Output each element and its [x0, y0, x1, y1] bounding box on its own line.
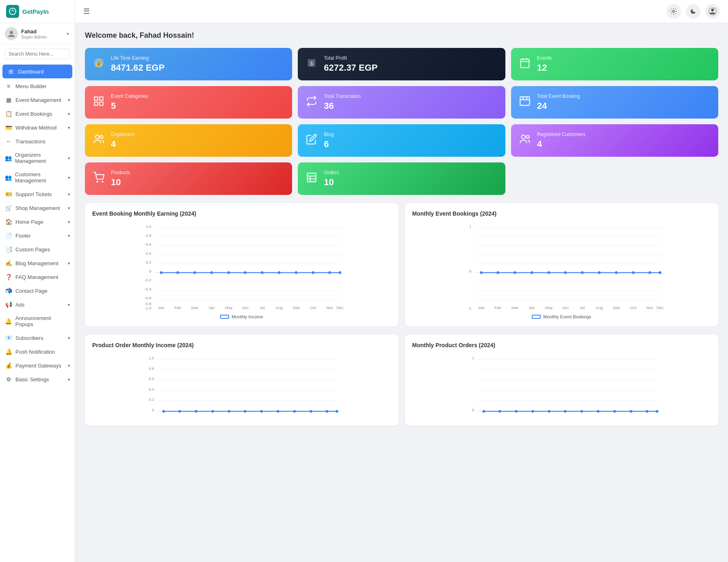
- stat-card-lifetime-earning[interactable]: 💰 Life Time Earning 8471.62 EGP: [85, 48, 292, 80]
- settings-button[interactable]: [666, 4, 681, 19]
- svg-point-153: [580, 410, 583, 413]
- card-info-registered-customers: Registered Customers 4: [537, 132, 585, 149]
- sidebar-item-label: Menu Builder: [15, 83, 47, 89]
- svg-text:May: May: [225, 305, 233, 310]
- sidebar-item-dashboard[interactable]: ⊞ Dashboard: [2, 65, 72, 78]
- sidebar-item-label: Ads: [15, 302, 24, 308]
- avatar: [5, 27, 18, 40]
- svg-text:1.0: 1.0: [149, 356, 154, 360]
- sidebar-item-menu-builder[interactable]: ≡ Menu Builder: [0, 79, 75, 93]
- card-label-organizers: Organizers: [111, 132, 135, 137]
- dashboard-icon: ⊞: [7, 68, 15, 75]
- stat-card-total-event-booking[interactable]: Total Event Booking 24: [511, 86, 718, 119]
- stat-card-total-transaction[interactable]: Total Transcation 36: [298, 86, 505, 119]
- logo-text: GetPayIn: [22, 8, 49, 15]
- welcome-heading: Welcome back, Fahad Hossain!: [85, 31, 718, 40]
- svg-point-135: [310, 410, 312, 413]
- chart-legend-1: Monthly Income: [92, 314, 391, 319]
- sidebar-item-label: Transactions: [15, 138, 46, 145]
- stat-card-organizers[interactable]: Organizers 4: [85, 124, 292, 157]
- hamburger-icon[interactable]: ☰: [83, 7, 90, 16]
- stat-card-events[interactable]: Events 12: [511, 48, 718, 80]
- sidebar-item-label: Contact Page: [15, 288, 48, 294]
- sidebar-item-withdraw-method[interactable]: 💳 Withdraw Method ▾: [0, 121, 75, 134]
- stat-card-event-categories[interactable]: Event Categories 5: [85, 86, 292, 119]
- dark-mode-button[interactable]: [686, 4, 700, 19]
- sidebar-item-organizers-mgmt[interactable]: 👥 Organizers Management ▾: [0, 148, 75, 168]
- sidebar-item-footer[interactable]: 📄 Footer ▾: [0, 229, 75, 242]
- user-profile-button[interactable]: [705, 4, 720, 19]
- legend-label-2: Monthly Event Bookings: [543, 314, 591, 319]
- svg-point-59: [278, 271, 281, 274]
- sidebar-item-basic-settings[interactable]: ⚙ Basic Settings ▾: [0, 372, 75, 386]
- svg-point-56: [228, 271, 230, 274]
- svg-point-21: [95, 135, 99, 138]
- contact-icon: 📬: [5, 287, 12, 294]
- svg-text:Aug: Aug: [596, 305, 603, 310]
- svg-text:0.4: 0.4: [149, 387, 154, 391]
- stat-card-products[interactable]: Products 10: [85, 162, 292, 195]
- card-info-event-categories: Event Categories 5: [111, 93, 148, 111]
- sidebar-search-input[interactable]: [5, 49, 70, 59]
- sidebar-item-announcement[interactable]: 🔔 Announcement Popups: [0, 311, 75, 331]
- card-label-lifetime-earning: Life Time Earning: [111, 55, 165, 61]
- shop-icon: 🛒: [5, 205, 12, 211]
- sidebar-user[interactable]: Fahad Super Admin ▼: [0, 23, 75, 45]
- sidebar-item-subscribers[interactable]: 📧 Subscribers ▾: [0, 331, 75, 345]
- push-notif-icon: 🔔: [5, 348, 12, 355]
- sidebar-item-blog-management[interactable]: ✍ Blog Management ▾: [0, 256, 75, 270]
- sidebar-item-faq-management[interactable]: ❓ FAQ Management: [0, 270, 75, 284]
- sidebar-item-label: Payment Gateways: [15, 363, 61, 369]
- card-label-total-event-booking: Total Event Booking: [537, 93, 580, 99]
- svg-point-96: [598, 271, 600, 274]
- sidebar-item-custom-pages[interactable]: 📑 Custom Pages: [0, 242, 75, 256]
- svg-text:Nov: Nov: [646, 305, 653, 310]
- sidebar-item-shop-management[interactable]: 🛒 Shop Management ▾: [0, 201, 75, 215]
- svg-point-126: [162, 410, 165, 413]
- sidebar-item-support-tickets[interactable]: 🎫 Support Tickets ▾: [0, 187, 75, 201]
- event-booking-monthly-chart: Event Booking Monthly Earning (2024) 1.0…: [85, 203, 399, 326]
- card-value-orders: 10: [324, 177, 339, 188]
- legend-box-1: [220, 315, 229, 319]
- sidebar-item-ads[interactable]: 📢 Ads ▾: [0, 298, 75, 311]
- svg-point-22: [100, 135, 103, 138]
- card-icon-total-event-booking: [519, 95, 531, 110]
- chevron-down-icon: ▾: [68, 261, 70, 266]
- stat-card-total-profit[interactable]: $ Total Profit 6272.37 EGP: [298, 48, 505, 80]
- sidebar-item-event-bookings[interactable]: 📋 Event Bookings ▾: [0, 107, 75, 121]
- sidebar-item-home-page[interactable]: 🏠 Home Page ▾: [0, 215, 75, 229]
- stat-card-blog[interactable]: Blog 6: [298, 124, 505, 157]
- card-value-registered-customers: 4: [537, 139, 585, 149]
- svg-point-147: [482, 410, 485, 413]
- svg-text:Jul: Jul: [580, 305, 585, 310]
- sidebar-item-label: Dashboard: [18, 69, 44, 75]
- svg-text:0: 0: [469, 269, 472, 273]
- ads-icon: 📢: [5, 301, 12, 308]
- legend-box-2: [532, 315, 541, 319]
- card-icon-lifetime-earning: 💰: [93, 57, 104, 71]
- sidebar-item-customers-mgmt[interactable]: 👥 Customers Management ▾: [0, 168, 75, 187]
- svg-point-23: [521, 135, 525, 138]
- sidebar-item-push-notification[interactable]: 🔔 Push Notification: [0, 345, 75, 359]
- svg-point-133: [277, 410, 279, 413]
- svg-text:Feb: Feb: [494, 305, 501, 310]
- svg-text:0.2: 0.2: [146, 260, 152, 264]
- svg-point-2: [673, 11, 675, 13]
- svg-point-158: [656, 410, 658, 413]
- logo-icon: [6, 5, 19, 18]
- sidebar-item-transactions[interactable]: ↔ Transactions: [0, 134, 75, 148]
- payment-icon: 💰: [5, 362, 12, 369]
- sidebar-item-contact-page[interactable]: 📬 Contact Page: [0, 284, 75, 298]
- svg-point-63: [338, 271, 341, 274]
- svg-text:-1.0: -1.0: [145, 306, 152, 310]
- svg-point-52: [160, 271, 162, 274]
- sidebar-item-event-management[interactable]: ▦ Event Management ▾: [0, 93, 75, 107]
- sidebar-item-payment-gateways[interactable]: 💰 Payment Gateways ▾: [0, 359, 75, 372]
- svg-text:Dec: Dec: [656, 305, 663, 310]
- stat-card-registered-customers[interactable]: Registered Customers 4: [511, 124, 718, 157]
- stat-card-orders[interactable]: Orders 10: [298, 162, 505, 195]
- svg-point-131: [244, 410, 246, 413]
- svg-text:💰: 💰: [95, 59, 103, 67]
- svg-rect-15: [95, 102, 98, 105]
- svg-text:Mar: Mar: [191, 305, 199, 310]
